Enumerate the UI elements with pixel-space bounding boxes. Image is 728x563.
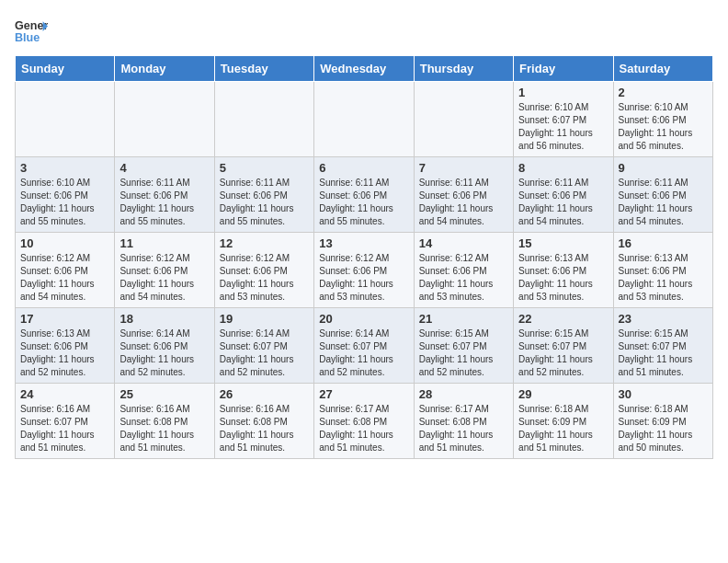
day-info: Sunrise: 6:16 AM Sunset: 6:07 PM Dayligh… xyxy=(20,403,109,454)
calendar-cell: 17Sunrise: 6:13 AM Sunset: 6:06 PM Dayli… xyxy=(16,308,115,384)
day-info: Sunrise: 6:15 AM Sunset: 6:07 PM Dayligh… xyxy=(419,327,508,379)
day-number: 19 xyxy=(220,312,309,326)
day-info: Sunrise: 6:13 AM Sunset: 6:06 PM Dayligh… xyxy=(20,327,109,379)
day-info: Sunrise: 6:11 AM Sunset: 6:06 PM Dayligh… xyxy=(119,177,209,228)
calendar-cell: 3Sunrise: 6:10 AM Sunset: 6:06 PM Daylig… xyxy=(16,157,115,233)
calendar-cell: 22Sunrise: 6:15 AM Sunset: 6:07 PM Dayli… xyxy=(514,308,613,384)
day-info: Sunrise: 6:16 AM Sunset: 6:08 PM Dayligh… xyxy=(220,403,309,454)
day-number: 8 xyxy=(518,161,608,175)
day-number: 13 xyxy=(319,236,408,250)
day-number: 21 xyxy=(419,312,508,326)
day-info: Sunrise: 6:14 AM Sunset: 6:07 PM Dayligh… xyxy=(220,327,309,379)
calendar-cell: 27Sunrise: 6:17 AM Sunset: 6:08 PM Dayli… xyxy=(314,384,414,459)
day-number: 24 xyxy=(20,387,109,401)
weekday-header-row: SundayMondayTuesdayWednesdayThursdayFrid… xyxy=(16,56,713,82)
day-number: 4 xyxy=(119,161,209,175)
calendar-cell: 15Sunrise: 6:13 AM Sunset: 6:06 PM Dayli… xyxy=(514,233,613,308)
day-info: Sunrise: 6:10 AM Sunset: 6:06 PM Dayligh… xyxy=(619,101,708,153)
calendar-cell: 1Sunrise: 6:10 AM Sunset: 6:07 PM Daylig… xyxy=(514,82,613,157)
day-info: Sunrise: 6:12 AM Sunset: 6:06 PM Dayligh… xyxy=(319,252,408,304)
calendar-table: SundayMondayTuesdayWednesdayThursdayFrid… xyxy=(15,55,713,459)
calendar-cell xyxy=(314,82,414,157)
weekday-header-friday: Friday xyxy=(514,56,613,82)
day-number: 2 xyxy=(619,86,708,99)
day-info: Sunrise: 6:15 AM Sunset: 6:07 PM Dayligh… xyxy=(619,327,708,379)
page-header: General Blue xyxy=(15,15,713,48)
calendar-cell: 4Sunrise: 6:11 AM Sunset: 6:06 PM Daylig… xyxy=(115,157,214,233)
calendar-week-3: 10Sunrise: 6:12 AM Sunset: 6:06 PM Dayli… xyxy=(16,233,713,308)
calendar-cell xyxy=(115,82,214,157)
day-number: 10 xyxy=(20,236,109,250)
calendar-cell: 10Sunrise: 6:12 AM Sunset: 6:06 PM Dayli… xyxy=(16,233,115,308)
day-number: 6 xyxy=(319,161,408,175)
calendar-week-5: 24Sunrise: 6:16 AM Sunset: 6:07 PM Dayli… xyxy=(16,384,713,459)
day-info: Sunrise: 6:13 AM Sunset: 6:06 PM Dayligh… xyxy=(619,252,708,304)
day-info: Sunrise: 6:14 AM Sunset: 6:06 PM Dayligh… xyxy=(119,327,209,379)
day-number: 15 xyxy=(518,236,608,250)
day-info: Sunrise: 6:12 AM Sunset: 6:06 PM Dayligh… xyxy=(20,252,109,304)
day-number: 3 xyxy=(20,161,109,175)
day-info: Sunrise: 6:16 AM Sunset: 6:08 PM Dayligh… xyxy=(119,403,209,454)
calendar-cell: 21Sunrise: 6:15 AM Sunset: 6:07 PM Dayli… xyxy=(414,308,513,384)
calendar-cell: 7Sunrise: 6:11 AM Sunset: 6:06 PM Daylig… xyxy=(414,157,513,233)
day-number: 7 xyxy=(419,161,508,175)
day-number: 9 xyxy=(619,161,708,175)
calendar-cell: 28Sunrise: 6:17 AM Sunset: 6:08 PM Dayli… xyxy=(414,384,513,459)
calendar-week-4: 17Sunrise: 6:13 AM Sunset: 6:06 PM Dayli… xyxy=(16,308,713,384)
day-info: Sunrise: 6:15 AM Sunset: 6:07 PM Dayligh… xyxy=(518,327,608,379)
day-number: 14 xyxy=(419,236,508,250)
logo-icon: General Blue xyxy=(15,15,48,48)
day-number: 22 xyxy=(518,312,608,326)
day-number: 11 xyxy=(119,236,209,250)
calendar-cell: 16Sunrise: 6:13 AM Sunset: 6:06 PM Dayli… xyxy=(613,233,712,308)
day-info: Sunrise: 6:12 AM Sunset: 6:06 PM Dayligh… xyxy=(119,252,209,304)
calendar-cell: 11Sunrise: 6:12 AM Sunset: 6:06 PM Dayli… xyxy=(115,233,214,308)
day-number: 12 xyxy=(220,236,309,250)
calendar-cell: 9Sunrise: 6:11 AM Sunset: 6:06 PM Daylig… xyxy=(613,157,712,233)
calendar-cell: 6Sunrise: 6:11 AM Sunset: 6:06 PM Daylig… xyxy=(314,157,414,233)
calendar-cell: 24Sunrise: 6:16 AM Sunset: 6:07 PM Dayli… xyxy=(16,384,115,459)
day-info: Sunrise: 6:14 AM Sunset: 6:07 PM Dayligh… xyxy=(319,327,408,379)
day-number: 18 xyxy=(119,312,209,326)
calendar-cell: 26Sunrise: 6:16 AM Sunset: 6:08 PM Dayli… xyxy=(214,384,313,459)
day-info: Sunrise: 6:10 AM Sunset: 6:06 PM Dayligh… xyxy=(20,177,109,228)
logo: General Blue xyxy=(15,15,53,48)
day-info: Sunrise: 6:11 AM Sunset: 6:06 PM Dayligh… xyxy=(619,177,708,228)
day-number: 5 xyxy=(220,161,309,175)
day-info: Sunrise: 6:17 AM Sunset: 6:08 PM Dayligh… xyxy=(319,403,408,454)
day-number: 23 xyxy=(619,312,708,326)
calendar-cell: 18Sunrise: 6:14 AM Sunset: 6:06 PM Dayli… xyxy=(115,308,214,384)
calendar-cell: 8Sunrise: 6:11 AM Sunset: 6:06 PM Daylig… xyxy=(514,157,613,233)
svg-text:Blue: Blue xyxy=(15,31,40,44)
calendar-week-1: 1Sunrise: 6:10 AM Sunset: 6:07 PM Daylig… xyxy=(16,82,713,157)
calendar-body: 1Sunrise: 6:10 AM Sunset: 6:07 PM Daylig… xyxy=(16,82,713,459)
day-number: 1 xyxy=(518,86,608,99)
day-info: Sunrise: 6:11 AM Sunset: 6:06 PM Dayligh… xyxy=(319,177,408,228)
day-info: Sunrise: 6:17 AM Sunset: 6:08 PM Dayligh… xyxy=(419,403,508,454)
calendar-cell: 14Sunrise: 6:12 AM Sunset: 6:06 PM Dayli… xyxy=(414,233,513,308)
calendar-header: SundayMondayTuesdayWednesdayThursdayFrid… xyxy=(16,56,713,82)
calendar-week-2: 3Sunrise: 6:10 AM Sunset: 6:06 PM Daylig… xyxy=(16,157,713,233)
day-number: 26 xyxy=(220,387,309,401)
calendar-cell: 25Sunrise: 6:16 AM Sunset: 6:08 PM Dayli… xyxy=(115,384,214,459)
weekday-header-sunday: Sunday xyxy=(16,56,115,82)
day-number: 29 xyxy=(518,387,608,401)
day-info: Sunrise: 6:12 AM Sunset: 6:06 PM Dayligh… xyxy=(220,252,309,304)
calendar-cell: 20Sunrise: 6:14 AM Sunset: 6:07 PM Dayli… xyxy=(314,308,414,384)
day-info: Sunrise: 6:11 AM Sunset: 6:06 PM Dayligh… xyxy=(220,177,309,228)
calendar-cell: 29Sunrise: 6:18 AM Sunset: 6:09 PM Dayli… xyxy=(514,384,613,459)
day-info: Sunrise: 6:11 AM Sunset: 6:06 PM Dayligh… xyxy=(518,177,608,228)
calendar-cell xyxy=(214,82,313,157)
weekday-header-monday: Monday xyxy=(115,56,214,82)
day-number: 20 xyxy=(319,312,408,326)
day-info: Sunrise: 6:18 AM Sunset: 6:09 PM Dayligh… xyxy=(518,403,608,454)
day-number: 28 xyxy=(419,387,508,401)
day-number: 30 xyxy=(619,387,708,401)
calendar-cell: 5Sunrise: 6:11 AM Sunset: 6:06 PM Daylig… xyxy=(214,157,313,233)
calendar-cell: 13Sunrise: 6:12 AM Sunset: 6:06 PM Dayli… xyxy=(314,233,414,308)
day-info: Sunrise: 6:18 AM Sunset: 6:09 PM Dayligh… xyxy=(619,403,708,454)
calendar-cell: 19Sunrise: 6:14 AM Sunset: 6:07 PM Dayli… xyxy=(214,308,313,384)
weekday-header-saturday: Saturday xyxy=(613,56,712,82)
day-info: Sunrise: 6:13 AM Sunset: 6:06 PM Dayligh… xyxy=(518,252,608,304)
day-number: 27 xyxy=(319,387,408,401)
